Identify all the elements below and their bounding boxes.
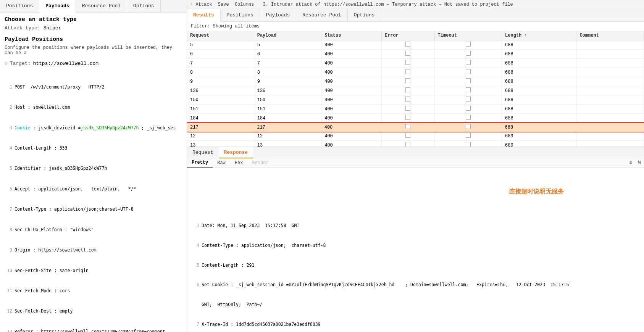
right-panel: ⚡ Attack Save Columns 3. Intruder attack… bbox=[187, 0, 644, 332]
code-line-4: 4Content-Length : 333 bbox=[5, 145, 182, 152]
right-header: ⚡ Attack Save Columns 3. Intruder attack… bbox=[187, 0, 644, 9]
resp-line-6b: GMT; HttpOnly; Path=/ bbox=[191, 301, 640, 308]
chinese-annotation: 连接超时说明无服务 bbox=[509, 187, 564, 196]
format-tabs: Pretty Raw Hex Render ≡ W bbox=[187, 158, 644, 168]
filter-bar: Filter: Showing all items bbox=[187, 22, 644, 31]
tab-positions[interactable]: Positions bbox=[0, 0, 39, 12]
code-line-5: 5Identifier : jssdk_sD3SHpGpz24cW77h bbox=[5, 165, 182, 172]
format-pretty[interactable]: Pretty bbox=[187, 158, 213, 168]
code-area: 1POST /w/v1/comment/proxy HTTP/2 2Host :… bbox=[5, 70, 182, 332]
tab-request[interactable]: Request bbox=[187, 147, 219, 158]
timeout-checkbox[interactable] bbox=[466, 115, 471, 120]
tab-payloads-right[interactable]: Payloads bbox=[260, 9, 296, 21]
timeout-checkbox[interactable] bbox=[466, 97, 471, 102]
code-line-11: 11Sec-Fetch-Mode : cors bbox=[5, 288, 182, 295]
left-tabs: Positions Payloads Resource Pool Options bbox=[0, 0, 187, 13]
header-columns[interactable]: Columns bbox=[235, 2, 254, 7]
error-checkbox[interactable] bbox=[405, 51, 410, 56]
table-row[interactable]: 1212400689 bbox=[187, 132, 644, 141]
right-tabs: Results Positions Payloads Resource Pool… bbox=[187, 9, 644, 22]
resp-line-6: 6Set-Cookie : _sj_web_session_id =UYJolT… bbox=[191, 282, 640, 288]
col-status[interactable]: Status bbox=[321, 31, 382, 40]
choose-attack-title: Choose an attack type bbox=[5, 16, 182, 23]
header-attack[interactable]: Attack bbox=[195, 2, 212, 7]
timeout-checkbox[interactable] bbox=[466, 60, 471, 65]
header-save[interactable]: Save bbox=[218, 2, 229, 7]
left-content: Choose an attack type Attack type: Snipe… bbox=[0, 13, 187, 332]
error-checkbox[interactable] bbox=[405, 97, 410, 102]
table-row[interactable]: 217217400688 bbox=[187, 123, 644, 132]
timeout-checkbox[interactable] bbox=[466, 78, 471, 83]
error-checkbox[interactable] bbox=[405, 106, 410, 111]
right-top-section: Results Positions Payloads Resource Pool… bbox=[187, 9, 644, 147]
left-panel: Positions Payloads Resource Pool Options… bbox=[0, 0, 187, 332]
format-render: Render bbox=[247, 159, 273, 167]
resp-line-4: 4Content-Type : application/json; charse… bbox=[191, 242, 640, 249]
target-row: ⊕ Target: https://sowellwell.com bbox=[5, 60, 182, 66]
table-row[interactable]: 1313400689 bbox=[187, 141, 644, 147]
error-checkbox[interactable] bbox=[405, 42, 410, 47]
error-checkbox[interactable] bbox=[405, 69, 410, 74]
timeout-checkbox[interactable] bbox=[466, 106, 471, 111]
error-checkbox[interactable] bbox=[405, 124, 410, 129]
bottom-panel: Request Response Pretty Raw Hex Render ≡… bbox=[187, 147, 644, 332]
error-checkbox[interactable] bbox=[405, 87, 410, 92]
tab-options-left[interactable]: Options bbox=[127, 0, 161, 12]
code-line-1: 1POST /w/v1/comment/proxy HTTP/2 bbox=[5, 84, 182, 91]
error-checkbox[interactable] bbox=[405, 142, 410, 147]
table-row[interactable]: 66400688 bbox=[187, 50, 644, 59]
req-resp-tabs: Request Response bbox=[187, 147, 644, 158]
timeout-checkbox[interactable] bbox=[466, 133, 471, 138]
format-hex[interactable]: Hex bbox=[230, 159, 248, 167]
timeout-checkbox[interactable] bbox=[466, 51, 471, 56]
table-row[interactable]: 151151400688 bbox=[187, 105, 644, 114]
code-line-9: 9Origin : https://sowellwell.com bbox=[5, 247, 182, 254]
results-table: Request Payload Status Error Timeout Len… bbox=[187, 31, 644, 147]
tab-resource-pool-right[interactable]: Resource Pool bbox=[296, 9, 347, 21]
code-line-10: 10Sec-Fetch-Site : same-origin bbox=[5, 268, 182, 274]
filter-text: Filter: Showing all items bbox=[191, 24, 260, 29]
error-checkbox[interactable] bbox=[405, 78, 410, 83]
format-icon[interactable]: ≡ bbox=[626, 159, 635, 167]
tab-options-right[interactable]: Options bbox=[348, 9, 381, 21]
target-icon: ⊕ bbox=[5, 60, 8, 66]
table-row[interactable]: 88400688 bbox=[187, 68, 644, 77]
col-comment[interactable]: Comment bbox=[576, 31, 644, 40]
code-line-13: 13Referer : https://sowellwell.com/ts/1W… bbox=[5, 329, 182, 332]
table-row[interactable]: 99400688 bbox=[187, 77, 644, 86]
timeout-checkbox[interactable] bbox=[466, 142, 471, 147]
error-checkbox[interactable] bbox=[405, 133, 410, 138]
tab-payloads[interactable]: Payloads bbox=[39, 0, 76, 13]
code-line-7: 7Content-Type : application/json;charset… bbox=[5, 206, 182, 213]
table-row[interactable]: 150150400688 bbox=[187, 95, 644, 105]
tab-response[interactable]: Response bbox=[219, 147, 253, 158]
timeout-checkbox[interactable] bbox=[466, 87, 471, 92]
table-row[interactable]: 55400688 bbox=[187, 40, 644, 50]
attack-type-row: Attack type: Sniper bbox=[5, 25, 182, 31]
target-label: Target: bbox=[10, 61, 31, 66]
tab-resource-pool-left[interactable]: Resource Pool bbox=[76, 0, 127, 12]
col-payload[interactable]: Payload bbox=[254, 31, 321, 40]
col-error[interactable]: Error bbox=[381, 31, 434, 40]
format-raw[interactable]: Raw bbox=[213, 159, 230, 167]
col-timeout[interactable]: Timeout bbox=[434, 31, 502, 40]
code-line-2: 2Host : sowellwell.com bbox=[5, 104, 182, 111]
table-row[interactable]: 184184400688 bbox=[187, 114, 644, 123]
table-row[interactable]: 136136400688 bbox=[187, 86, 644, 95]
tab-positions-right[interactable]: Positions bbox=[221, 9, 260, 21]
format-extra: W bbox=[635, 159, 644, 167]
col-length[interactable]: Length ↑ bbox=[502, 31, 576, 40]
resp-line-5: 5Content-Length : 291 bbox=[191, 262, 640, 269]
header-title: 3. Intruder attack of https://sowellwell… bbox=[263, 2, 513, 7]
col-request[interactable]: Request bbox=[187, 31, 254, 40]
resp-line-7: 7X-Trace-Id : 1dd7dd5cd45037a0021ba7e3ed… bbox=[191, 321, 640, 328]
timeout-checkbox[interactable] bbox=[466, 69, 471, 74]
table-row[interactable]: 77400688 bbox=[187, 59, 644, 68]
configure-text: Configure the positions where payloads w… bbox=[5, 45, 182, 56]
error-checkbox[interactable] bbox=[405, 60, 410, 65]
results-table-scroll[interactable]: Request Payload Status Error Timeout Len… bbox=[187, 31, 644, 147]
timeout-checkbox[interactable] bbox=[466, 42, 471, 47]
timeout-checkbox[interactable] bbox=[466, 124, 471, 129]
error-checkbox[interactable] bbox=[405, 115, 410, 120]
tab-results[interactable]: Results bbox=[187, 9, 221, 22]
